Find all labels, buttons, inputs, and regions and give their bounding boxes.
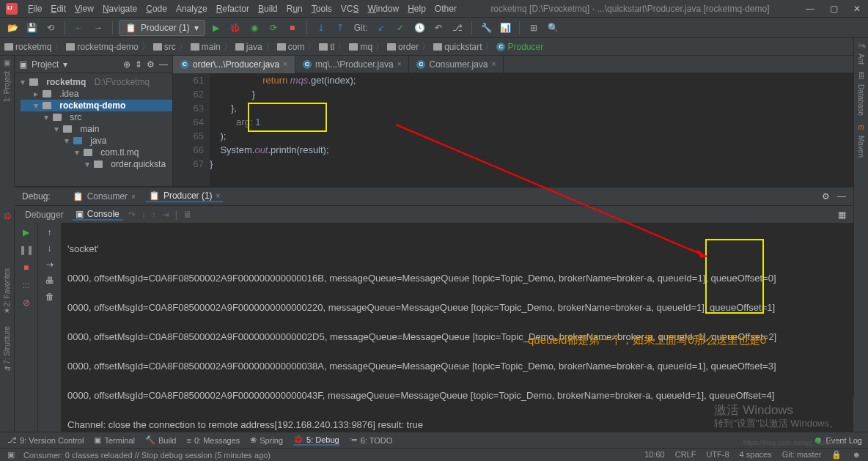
pause-icon[interactable]: ❚❚	[19, 245, 34, 257]
caret-position[interactable]: 10:60	[644, 450, 665, 460]
git-history-icon[interactable]: 🕓	[411, 20, 427, 36]
project-tool-icon[interactable]: ▣	[4, 59, 10, 67]
version-control-tool[interactable]: ⎇ 9: Version Control	[7, 435, 84, 445]
messages-tool[interactable]: ≡ 0: Messages	[186, 436, 240, 445]
terminal-tool[interactable]: ▣ Terminal	[94, 435, 135, 445]
menu-code[interactable]: Code	[141, 2, 172, 15]
chevron-down-icon[interactable]: ▾	[63, 59, 67, 70]
bc-item[interactable]: java	[235, 42, 262, 52]
lock-icon[interactable]: 🔒	[831, 450, 842, 460]
git-branch-icon[interactable]: ⎇	[449, 20, 466, 36]
collapse-icon[interactable]: ⇕	[135, 59, 142, 70]
ant-label[interactable]: Ant	[857, 54, 865, 64]
structure-tool-label[interactable]: 7: Structure	[3, 326, 11, 364]
spring-tool[interactable]: ❀ Spring	[250, 435, 283, 445]
print-icon[interactable]: 🖶	[45, 276, 54, 286]
menu-other[interactable]: Other	[430, 2, 461, 15]
bc-item[interactable]: quickstart	[433, 42, 482, 52]
structure-icon[interactable]: ⇆	[4, 364, 10, 372]
settings-icon[interactable]: 📊	[497, 20, 513, 36]
todo-tool[interactable]: ≔ 6: TODO	[350, 435, 393, 445]
open-icon[interactable]: 📂	[4, 20, 21, 36]
tree-row[interactable]: ▾ main	[21, 123, 172, 135]
close-icon[interactable]: ×	[492, 60, 496, 68]
debugger-tab[interactable]: Debugger	[22, 210, 67, 220]
bc-item[interactable]: order	[387, 42, 419, 52]
tree-row[interactable]: ▸ .idea	[21, 88, 172, 100]
indent[interactable]: 4 spaces	[740, 450, 772, 460]
database-icon[interactable]: 🗄	[858, 72, 865, 80]
bc-item[interactable]: main	[191, 42, 221, 52]
maven-label[interactable]: Maven	[857, 136, 865, 158]
close-icon[interactable]: ×	[216, 192, 221, 200]
reload-icon[interactable]: ⟲	[43, 20, 59, 36]
build-tool[interactable]: 🔨 Build	[145, 435, 176, 445]
target-icon[interactable]: ⊕	[123, 59, 130, 70]
editor-tab[interactable]: CConsumer.java×	[409, 56, 504, 73]
favorites-icon[interactable]: ★	[4, 306, 10, 314]
editor-tab[interactable]: Cmq\...\Producer.java×	[295, 56, 410, 73]
bc-item[interactable]: mq	[349, 42, 372, 52]
breakpoint-icon[interactable]: :::	[22, 280, 29, 292]
down-icon[interactable]: ↓	[48, 243, 52, 254]
hide-icon[interactable]: —	[159, 59, 168, 70]
maven-icon[interactable]: m	[858, 123, 864, 131]
tree-row[interactable]: ▾ com.tl.mq	[21, 147, 172, 158]
console-output[interactable]: 'socket' 0000, offsetMsgId=C0A8F08500002…	[62, 223, 853, 433]
step-over-icon[interactable]: ↷	[128, 210, 136, 220]
vcs-commit-icon[interactable]: ⤒	[332, 20, 348, 36]
bc-item[interactable]: rocketmq	[4, 42, 51, 52]
tree-row[interactable]: ▾ src	[21, 111, 172, 123]
tree-row[interactable]: ▾ order.quicksta	[21, 158, 172, 170]
close-icon[interactable]: ✕	[852, 4, 862, 14]
step-into-icon[interactable]: ↓	[141, 210, 146, 220]
git-pull-icon[interactable]: ↙	[373, 20, 389, 36]
inspect-icon[interactable]: ☻	[852, 450, 861, 460]
line-separator[interactable]: CRLF	[675, 450, 696, 460]
database-label[interactable]: Database	[857, 84, 865, 116]
debug-icon[interactable]: 🐞	[3, 212, 12, 220]
debug-tool[interactable]: 🐞 5: Debug	[293, 435, 339, 446]
clear-icon[interactable]: 🗑	[45, 292, 54, 302]
menu-run[interactable]: Run	[282, 2, 307, 15]
minimize-icon[interactable]: —	[805, 4, 815, 14]
git-branch[interactable]: Git: master	[782, 450, 822, 460]
code-area[interactable]: return mqs.get(index); } }, arg: 1 ); Sy…	[210, 73, 868, 186]
tool-window-icon[interactable]: ▣	[7, 450, 15, 460]
up-icon[interactable]: ↑	[48, 227, 52, 237]
menu-help[interactable]: Help	[403, 2, 430, 15]
close-icon[interactable]: ×	[397, 60, 402, 68]
menu-window[interactable]: Window	[363, 2, 403, 15]
mute-icon[interactable]: ⊘	[23, 298, 30, 309]
debug-session-tab[interactable]: 📋Consumer×	[70, 191, 139, 202]
gear-icon[interactable]: ⚙	[822, 191, 830, 202]
git-revert-icon[interactable]: ↶	[430, 20, 446, 36]
project-view-label[interactable]: Project	[32, 59, 59, 70]
wrap-icon[interactable]: ⇢	[46, 259, 54, 270]
menu-view[interactable]: View	[70, 2, 98, 15]
layout-icon[interactable]: ▦	[838, 210, 846, 220]
encoding[interactable]: UTF-8	[706, 450, 729, 460]
debug-button[interactable]: 🐞	[227, 20, 243, 36]
tree-row[interactable]: ▾ rocketmq D:\F\rocketmq	[21, 76, 172, 88]
close-icon[interactable]: ×	[283, 60, 287, 68]
menu-file[interactable]: FFileile	[23, 2, 46, 15]
close-icon[interactable]: ×	[131, 193, 136, 201]
console-tab[interactable]: ▣Console	[73, 209, 122, 221]
run-config-selector[interactable]: 📋 Producer (1) ▾	[119, 20, 205, 36]
git-push-icon[interactable]: ✓	[392, 20, 408, 36]
save-icon[interactable]: 💾	[23, 20, 40, 36]
build-icon[interactable]: 🔧	[478, 20, 494, 36]
editor-tab[interactable]: Corder\...\Producer.java×	[173, 56, 295, 73]
rerun-icon[interactable]: ▶	[23, 227, 29, 239]
project-tool-label[interactable]: 1: Project	[3, 71, 11, 102]
tree-row[interactable]: ▾ rocketmq-demo	[21, 100, 172, 111]
maximize-icon[interactable]: ▢	[828, 4, 839, 14]
stop-icon[interactable]: ■	[23, 262, 29, 274]
ant-icon[interactable]: 🐜	[857, 41, 866, 49]
editor-body[interactable]: 61626364656667 return mqs.get(index); } …	[173, 73, 868, 186]
run-button[interactable]: ▶	[208, 20, 224, 36]
step-out-icon[interactable]: ↑	[152, 210, 156, 220]
hide-icon[interactable]: —	[837, 191, 846, 202]
menu-tools[interactable]: Tools	[307, 2, 336, 15]
